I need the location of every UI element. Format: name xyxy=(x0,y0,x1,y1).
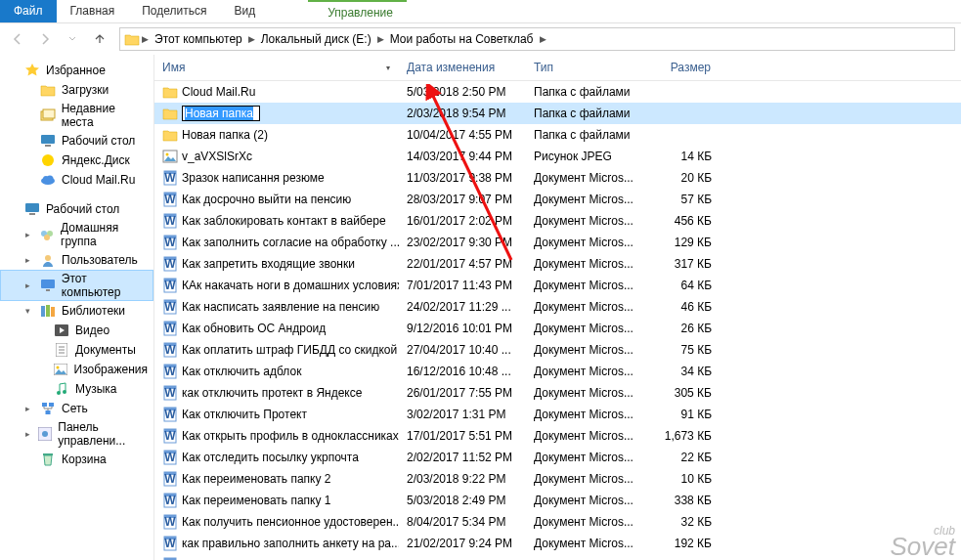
tree-toggle-icon[interactable]: ▸ xyxy=(25,429,32,439)
file-row[interactable]: WКак заблокировать контакт в вайбере16/0… xyxy=(154,210,961,232)
file-type: Документ Micros... xyxy=(526,213,641,229)
nav-item[interactable]: Изображения xyxy=(0,360,153,379)
sort-indicator-icon: ▾ xyxy=(386,64,390,72)
file-size xyxy=(641,91,720,93)
svg-rect-16 xyxy=(41,306,45,317)
file-row[interactable]: Wкак отключить протект в Яндексе26/01/20… xyxy=(154,382,961,404)
svg-point-12 xyxy=(44,235,50,240)
file-row[interactable]: WКак насписать заявление на пенсию24/02/… xyxy=(154,296,961,318)
column-header-size[interactable]: Размер xyxy=(641,55,720,80)
nav-item[interactable]: Яндекс.Диск xyxy=(0,151,153,170)
svg-rect-14 xyxy=(41,280,55,288)
nav-item[interactable]: Видео xyxy=(0,321,153,340)
file-name: КАк накачать ноги в домашних условиях xyxy=(182,279,399,292)
breadcrumb-item[interactable]: Локальный диск (E:) xyxy=(257,32,375,46)
nav-group-favorites[interactable]: Избранное xyxy=(0,61,153,80)
breadcrumb-item[interactable]: Этот компьютер xyxy=(151,32,246,46)
nav-item[interactable]: ▸Пользователь xyxy=(0,250,153,270)
file-row[interactable]: WКак запретить входящие звонки22/01/2017… xyxy=(154,253,961,275)
word-icon: W xyxy=(162,407,178,422)
nav-label: Избранное xyxy=(46,64,106,77)
rename-input[interactable]: Новая папка xyxy=(182,106,260,121)
file-date: 9/12/2016 10:01 PM xyxy=(399,321,526,336)
file-row[interactable]: v_aVXSlSrXc14/03/2017 9:44 PMРисунок JPE… xyxy=(154,146,961,167)
file-row[interactable]: WКак досрочно выйти на пенсию28/03/2017 … xyxy=(154,189,961,210)
nav-item[interactable]: Недавние места xyxy=(0,100,153,131)
nav-item[interactable]: Загрузки xyxy=(0,80,153,100)
file-row[interactable]: Новая папка2/03/2018 9:54 PMПапка с файл… xyxy=(154,103,961,124)
file-row[interactable]: WКак заполнить согласие на обработку ...… xyxy=(154,232,961,253)
file-type: Документ Micros... xyxy=(526,299,641,315)
tree-toggle-icon[interactable]: ▾ xyxy=(25,306,34,316)
nav-item[interactable]: Рабочий стол xyxy=(0,131,153,151)
file-row[interactable]: WКак отключить Протект3/02/2017 1:31 PMД… xyxy=(154,404,961,425)
svg-text:W: W xyxy=(164,386,176,400)
ribbon-tab-share[interactable]: Поделиться xyxy=(128,0,220,22)
svg-text:W: W xyxy=(164,300,176,314)
word-icon: W xyxy=(162,192,178,207)
nav-item[interactable]: Cloud Mail.Ru xyxy=(0,170,153,190)
file-row[interactable]: WКАк накачать ноги в домашних условиях7/… xyxy=(154,275,961,296)
ribbon-tab-manage[interactable]: Управление xyxy=(308,2,407,23)
svg-point-26 xyxy=(57,391,61,395)
file-name: Как заполнить согласие на обработку ... xyxy=(182,236,399,249)
file-row[interactable]: Wкак правильно заполнить анкету на ра...… xyxy=(154,533,961,554)
ribbon-tab-file[interactable]: Файл xyxy=(0,0,57,22)
svg-text:W: W xyxy=(164,171,176,185)
file-row[interactable]: WКак обновить ОС Андроид9/12/2016 10:01 … xyxy=(154,318,961,339)
file-row[interactable]: WКак получить пенсионное удостоверен...8… xyxy=(154,511,961,533)
nav-item[interactable]: ▸Панель управлени... xyxy=(0,418,153,450)
file-row[interactable]: WКак отследить посылку укрпочта2/02/2017… xyxy=(154,447,961,468)
nav-item[interactable]: Документы xyxy=(0,340,153,360)
breadcrumb-item[interactable]: Мои работы на Советклаб xyxy=(386,32,538,46)
nav-back-button[interactable] xyxy=(6,27,29,51)
chevron-right-icon[interactable]: ▶ xyxy=(375,34,386,44)
file-date: 24/02/2017 11:29 ... xyxy=(399,299,526,315)
nav-item[interactable]: Корзина xyxy=(0,450,153,469)
tree-toggle-icon[interactable]: ▸ xyxy=(25,404,34,413)
file-type: Рисунок JPEG xyxy=(526,149,641,164)
file-date: 7/01/2017 11:43 PM xyxy=(399,278,526,293)
file-name: Как оплатить штраф ГИБДД со скидкой xyxy=(182,343,397,357)
svg-text:W: W xyxy=(164,193,176,206)
word-icon: W xyxy=(162,493,178,508)
ribbon-tab-home[interactable]: Главная xyxy=(57,0,129,22)
file-row[interactable]: WКак открыть профиль в одноклассниках17/… xyxy=(154,425,961,447)
tree-toggle-icon[interactable]: ▸ xyxy=(25,230,33,239)
file-row[interactable]: WКак переименовать папку 15/03/2018 2:49… xyxy=(154,490,961,511)
column-header-type[interactable]: Тип xyxy=(526,55,641,80)
file-name: v_aVXSlSrXc xyxy=(182,150,252,163)
file-row[interactable]: Новая папка (2)10/04/2017 4:55 PMПапка с… xyxy=(154,124,961,146)
nav-item[interactable]: ▸Этот компьютер xyxy=(0,270,153,301)
file-row[interactable]: WКак правильно паять паяльником с кан...… xyxy=(154,554,961,560)
nav-item[interactable]: ▾Библиотеки xyxy=(0,301,153,321)
address-bar[interactable]: ▶ Этот компьютер ▶ Локальный диск (E:) ▶… xyxy=(119,27,955,51)
file-type: Документ Micros... xyxy=(526,278,641,293)
file-name: Новая папка (2) xyxy=(182,128,268,142)
nav-item[interactable]: ▸Домашняя группа xyxy=(0,219,153,250)
file-row[interactable]: Cloud Mail.Ru5/03/2018 2:50 PMПапка с фа… xyxy=(154,81,961,103)
chevron-right-icon[interactable]: ▶ xyxy=(538,34,548,44)
tree-toggle-icon[interactable]: ▸ xyxy=(25,255,34,265)
file-type: Документ Micros... xyxy=(526,364,641,379)
nav-forward-button[interactable] xyxy=(33,27,57,51)
tree-toggle-icon[interactable]: ▸ xyxy=(25,280,34,290)
file-row[interactable]: WКак переименовать папку 22/03/2018 9:22… xyxy=(154,468,961,490)
folder-icon xyxy=(162,127,178,143)
chevron-right-icon[interactable]: ▶ xyxy=(140,34,151,44)
column-header-date[interactable]: Дата изменения xyxy=(399,55,526,80)
svg-text:W: W xyxy=(164,322,176,335)
file-row[interactable]: WКак оплатить штраф ГИБДД со скидкой27/0… xyxy=(154,339,961,361)
file-size: 317 КБ xyxy=(641,256,720,272)
nav-item[interactable]: Музыка xyxy=(0,379,153,399)
svg-rect-9 xyxy=(29,213,35,215)
nav-up-button[interactable] xyxy=(88,27,111,51)
nav-group-desktop[interactable]: Рабочий стол xyxy=(0,199,153,219)
nav-item[interactable]: ▸Сеть xyxy=(0,399,153,418)
file-row[interactable]: WЗразок написання резюме11/03/2017 9:38 … xyxy=(154,167,961,189)
ribbon-tab-view[interactable]: Вид xyxy=(220,0,269,22)
file-row[interactable]: WКак отключить адблок16/12/2016 10:48 ..… xyxy=(154,361,961,382)
column-header-name[interactable]: Имя▾ xyxy=(154,55,399,80)
chevron-right-icon[interactable]: ▶ xyxy=(246,34,257,44)
nav-history-dropdown[interactable] xyxy=(61,27,84,51)
